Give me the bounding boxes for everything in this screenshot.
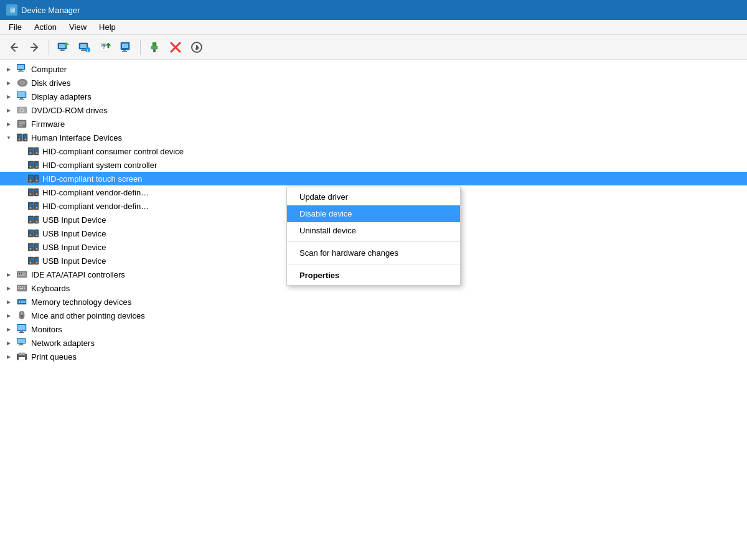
svg-rect-116 [22,286,23,287]
svg-rect-39 [17,92,26,97]
svg-point-65 [30,166,32,168]
svg-point-95 [30,235,32,236]
tree-item-dvd-drives[interactable]: DVD/CD-ROM drives [0,103,747,117]
menu-file[interactable]: File [2,21,28,33]
svg-rect-132 [19,332,24,333]
expand-mice[interactable] [4,310,14,320]
icon-usb-input-4 [27,254,40,267]
svg-rect-117 [24,286,25,287]
tree-item-computer[interactable]: Computer [0,62,747,76]
svg-rect-131 [20,331,23,332]
icon-usb-input-2 [27,227,40,240]
scan-button[interactable] [187,38,207,57]
svg-rect-32 [17,65,24,69]
tree-item-display-adapters[interactable]: Display adapters [0,90,747,103]
label-memory: Memory technology devices [31,297,131,307]
tree-item-hid-consumer[interactable]: HID-compliant consumer control device [0,144,747,158]
svg-rect-58 [35,149,38,151]
expand-hid[interactable] [4,133,14,142]
tree-item-disk-drives[interactable]: Disk drives [0,76,747,90]
expand-display-adapters[interactable] [4,91,14,101]
svg-rect-14 [101,45,105,47]
add-driver-button[interactable] [144,38,164,57]
expand-usb-input-1 [15,215,25,225]
svg-rect-100 [35,245,38,247]
expand-keyboards[interactable] [4,283,14,293]
tree-item-print[interactable]: Print queues [0,350,747,363]
svg-rect-63 [29,162,33,165]
expand-usb-input-4 [15,256,25,266]
menu-help[interactable]: Help [93,21,122,33]
context-menu-uninstall-device[interactable]: Uninstall device [287,222,460,239]
expand-memory[interactable] [4,297,14,307]
svg-rect-18 [123,50,126,51]
label-hid-vendor1: HID-compliant vendor-defin… [42,188,149,197]
svg-rect-93 [29,231,33,233]
menu-action[interactable]: Action [28,21,63,33]
monitor-driver-button[interactable] [116,38,136,57]
expand-print[interactable] [4,352,14,362]
expand-disk-drives[interactable] [4,78,14,88]
properties-button[interactable]: i [74,38,94,57]
svg-point-44 [21,110,23,111]
expand-dvd-drives[interactable] [4,105,14,115]
expand-network[interactable] [4,338,14,348]
help-button[interactable]: ? [95,38,115,57]
expand-ide[interactable] [4,269,14,279]
icon-computer [16,63,29,75]
icon-mice [16,309,29,322]
expand-monitors[interactable] [4,324,14,334]
svg-rect-7 [82,49,85,50]
tree-item-monitors[interactable]: Monitors [0,322,747,336]
title-bar: 🖥 Device Manager [0,0,747,20]
svg-rect-23 [153,43,154,45]
label-mice: Mice and other pointing devices [31,311,145,320]
icon-hid-touch [27,172,40,185]
icon-memory [16,296,29,308]
svg-rect-8 [81,50,86,51]
svg-point-128 [21,315,23,317]
tree-item-firmware[interactable]: Firmware [0,117,747,131]
svg-rect-122 [19,301,20,303]
label-hid-vendor2: HID-compliant vendor-defin… [42,202,149,211]
svg-rect-136 [18,345,24,345]
window-title: Device Manager [21,6,80,15]
remove-button[interactable] [166,38,186,57]
menu-view[interactable]: View [63,21,93,33]
icon-hid-vendor1 [27,186,40,198]
expand-firmware[interactable] [4,119,14,129]
label-disk-drives: Disk drives [31,78,71,88]
icon-network [16,337,29,349]
computer-properties-button[interactable] [53,38,73,57]
svg-rect-94 [35,231,38,233]
tree-item-mice[interactable]: Mice and other pointing devices [0,309,747,322]
svg-point-54 [25,139,27,141]
svg-rect-48 [19,125,22,126]
svg-rect-111 [19,273,20,274]
label-display-adapters: Display adapters [31,92,92,101]
context-menu-scan-hardware[interactable]: Scan for hardware changes [287,245,460,261]
context-menu-update-driver[interactable]: Update driver [287,189,460,205]
svg-rect-81 [29,203,33,206]
svg-point-89 [30,221,32,223]
expand-hid-touch [15,174,25,184]
back-button[interactable] [4,38,24,57]
svg-point-108 [36,262,38,264]
label-keyboards: Keyboards [31,284,70,293]
tree-item-network[interactable]: Network adapters [0,336,747,350]
forward-button[interactable] [25,38,45,57]
svg-rect-138 [19,353,25,355]
tree-item-hid[interactable]: Human Interface Devices [0,131,747,144]
expand-computer[interactable] [4,64,14,74]
device-tree[interactable]: ComputerDisk drivesDisplay adaptersDVD/C… [0,60,747,560]
svg-rect-120 [24,288,25,289]
tree-item-hid-system[interactable]: HID-compliant system controller [0,158,747,172]
label-hid-touch: HID-compliant touch screen [42,174,142,184]
context-menu-properties[interactable]: Properties [287,267,460,284]
context-menu-disable-device[interactable]: Disable device [287,205,460,222]
svg-rect-105 [29,258,33,261]
tree-item-hid-touch[interactable]: HID-compliant touch screen [0,172,747,185]
tree-item-memory[interactable]: Memory technology devices [0,295,747,309]
label-computer: Computer [31,65,67,74]
svg-rect-64 [35,162,38,165]
